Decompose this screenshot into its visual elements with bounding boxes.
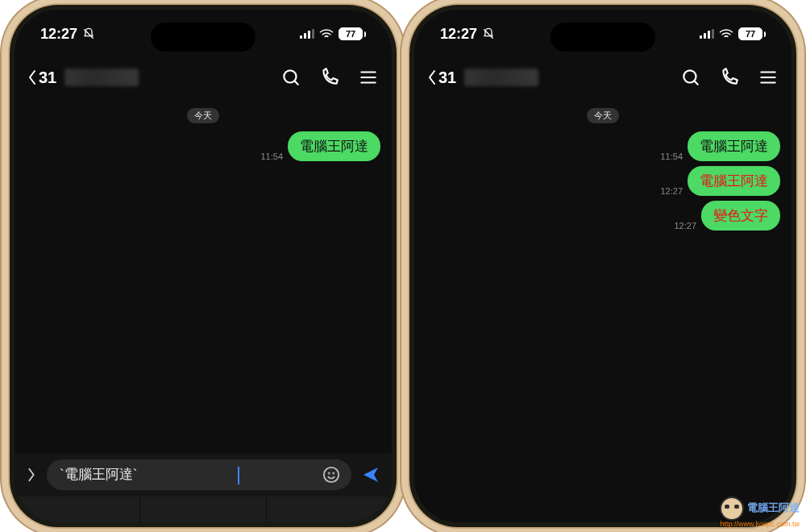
status-time: 12:27 [440, 26, 477, 43]
wifi-icon [719, 28, 733, 39]
chevron-left-icon [27, 69, 37, 85]
message-row: 12:27變色文字 [426, 201, 780, 231]
menu-icon[interactable] [758, 67, 779, 88]
emoji-icon[interactable] [322, 466, 340, 484]
chat-area[interactable]: 今天 11:54電腦王阿達12:27電腦王阿達12:27變色文字 [414, 100, 791, 522]
watermark: 電腦王阿達 http://www.kocpc.com.tw [720, 497, 800, 529]
watermark-url: http://www.kocpc.com.tw [720, 521, 800, 529]
text-caret [238, 467, 239, 484]
date-divider: 今天 [187, 108, 219, 123]
svg-point-2 [329, 473, 330, 474]
menu-icon[interactable] [358, 67, 379, 88]
message-row: 11:54電腦王阿達 [26, 131, 380, 161]
message-timestamp: 11:54 [660, 152, 683, 161]
phone-frame-left: 12:27 77 31 [10, 5, 397, 527]
svg-point-3 [333, 473, 334, 474]
message-timestamp: 12:27 [660, 186, 683, 196]
battery-level: 77 [738, 27, 762, 40]
dynamic-island [550, 23, 655, 52]
status-time: 12:27 [40, 26, 77, 43]
expand-compose-icon[interactable] [24, 468, 39, 482]
chevron-left-icon [427, 69, 437, 85]
screen: 12:27 77 31 [414, 10, 791, 522]
message-row: 11:54電腦王阿達 [426, 131, 780, 161]
back-button[interactable]: 31 [27, 69, 56, 87]
call-icon[interactable] [319, 67, 340, 88]
dnd-icon [82, 27, 95, 40]
search-icon[interactable] [680, 67, 701, 88]
cell-signal-icon [300, 29, 314, 39]
back-unread-count: 31 [39, 69, 56, 87]
chat-nav-bar: 31 [15, 60, 392, 95]
back-unread-count: 31 [438, 69, 456, 87]
message-input-wrapper[interactable] [47, 459, 351, 490]
dynamic-island [151, 23, 256, 52]
screen: 12:27 77 31 [15, 10, 392, 522]
message-bubble[interactable]: 電腦王阿達 [688, 166, 780, 196]
wifi-icon [319, 28, 334, 39]
message-bubble[interactable]: 電腦王阿達 [288, 131, 380, 161]
phone-frame-right: 12:27 77 31 [409, 5, 796, 527]
dnd-icon [482, 27, 495, 40]
keyboard-suggestion-bar[interactable] [15, 497, 392, 522]
date-divider: 今天 [587, 108, 619, 123]
battery-indicator: 77 [339, 27, 366, 40]
watermark-brand: 電腦王阿達 [747, 502, 800, 514]
back-button[interactable]: 31 [427, 69, 456, 87]
search-icon[interactable] [280, 67, 301, 88]
message-timestamp: 11:54 [260, 152, 283, 161]
battery-level: 77 [339, 27, 363, 40]
message-input[interactable] [58, 465, 232, 483]
svg-point-1 [324, 468, 339, 482]
battery-indicator: 77 [738, 27, 766, 40]
watermark-avatar-icon [720, 497, 744, 521]
chat-nav-bar: 31 [414, 60, 791, 95]
chat-title-redacted [64, 69, 139, 86]
chat-title-redacted [464, 69, 538, 86]
send-button[interactable] [359, 465, 382, 484]
call-icon[interactable] [719, 67, 740, 88]
cell-signal-icon [700, 29, 714, 39]
message-bubble[interactable]: 電腦王阿達 [688, 131, 780, 161]
compose-bar [15, 453, 392, 497]
message-bubble[interactable]: 變色文字 [701, 201, 780, 231]
message-timestamp: 12:27 [674, 221, 696, 231]
message-row: 12:27電腦王阿達 [426, 166, 780, 196]
message-list-right: 11:54電腦王阿達12:27電腦王阿達12:27變色文字 [426, 131, 780, 231]
message-list-left: 11:54電腦王阿達 [26, 131, 380, 161]
